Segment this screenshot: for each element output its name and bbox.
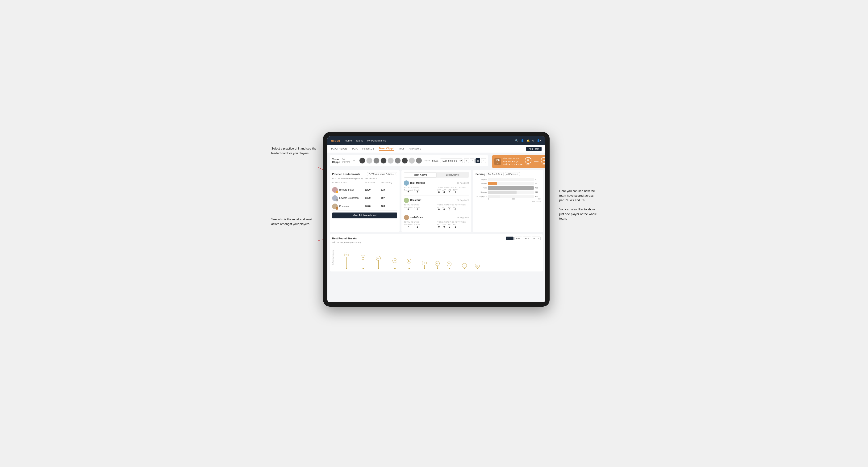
streak-dot-bottom-1 (346, 268, 347, 269)
table-row: 3 Cameron... 17/20 103 (332, 203, 397, 211)
player-name-1: Richard Butler (339, 188, 354, 191)
pa-rounds-group-2: Total Rounds Tournament 8 Practice (404, 204, 435, 211)
streak-line-8 (449, 266, 450, 268)
search-icon[interactable]: 🔍 (515, 139, 519, 142)
shot-circle-2-wrapper: 0 yds (541, 157, 545, 166)
subnav-pgat[interactable]: PGAT Players (331, 147, 347, 151)
pa-avatar-2 (404, 198, 409, 203)
nav-performance[interactable]: My Performance (367, 139, 386, 142)
chart-bar-container-dbogeys (488, 195, 534, 198)
pa-header-3: Josh Coles 26 Aug 2023 (404, 215, 469, 220)
scoring-player-filter[interactable]: All Players ▾ (505, 172, 520, 176)
streak-dot-line-1: 7x (344, 253, 349, 269)
streak-dot-line-7: 4x (435, 261, 440, 269)
sort-btn[interactable]: ⇅ (481, 158, 486, 163)
player-avatars (359, 158, 422, 164)
settings-icon[interactable]: ⚙ (532, 139, 534, 142)
chart-label-birdies: Birdies (475, 183, 487, 185)
pa-arg-1: ARG 0 (448, 189, 451, 194)
shot-circle-1: 16 (525, 157, 531, 164)
show-dropdown[interactable]: Last 3 months Last 6 months Last year (440, 158, 463, 163)
list-view-btn[interactable]: ≡ (470, 158, 474, 163)
pa-arg-3: ARG 0 (448, 224, 451, 228)
pa-activities-cols-3: OTT 0 APP 0 ARG (437, 224, 469, 228)
scoring-par-filter[interactable]: Par 3, 4 & 5s ▾ (487, 172, 503, 176)
streak-filter-ott[interactable]: OTT (506, 237, 514, 240)
nav-home[interactable]: Home (345, 139, 352, 142)
streak-dot-line-9: 3x (462, 263, 467, 269)
y-axis-label: % Fairway Accuracy (332, 246, 334, 269)
shot-circles: 16 yds (525, 157, 531, 166)
pa-arg-2: ARG 0 (448, 206, 451, 211)
subnav: PGAT Players PGA Hcaps 1-5 Team Clippd T… (328, 145, 545, 153)
streaks-card: Best Round Streaks OTT APP ARG PUTT Off … (330, 234, 543, 272)
streak-dot-bottom-3 (378, 268, 379, 269)
streak-filter-putt[interactable]: PUTT (532, 237, 541, 240)
pa-ott-3: OTT 0 (437, 224, 441, 228)
player-name-3: Cameron... (339, 205, 351, 208)
avatar-9[interactable] (416, 158, 422, 164)
leaderboard-col-headers: PLAYER NAME PB SCORE PB AVG SQ (332, 182, 397, 185)
streak-filter-arg[interactable]: ARG (523, 237, 531, 240)
nav-teams[interactable]: Teams (356, 139, 363, 142)
subnav-tour[interactable]: Tour (399, 147, 404, 151)
avatar-3[interactable] (373, 158, 379, 164)
streak-dot-line-3: 6x (376, 256, 381, 269)
user-icon[interactable]: 👤 (521, 139, 524, 142)
card-view-btn[interactable]: ▦ (475, 158, 480, 163)
list-item: Rees Britt 02 Sep 2023 Total Rounds Tour (404, 198, 469, 213)
tab-most-active[interactable]: Most Active (404, 173, 436, 177)
avatar-6[interactable] (395, 158, 401, 164)
streak-dot-line-8: 4x (447, 261, 452, 269)
subnav-all[interactable]: All Players (409, 147, 421, 151)
avatar-7[interactable] (402, 158, 408, 164)
drill-dropdown[interactable]: PUTT Must Make Putting... ▾ (367, 172, 397, 176)
bell-icon[interactable]: 🔔 (526, 139, 530, 142)
show-control: Show: Last 3 months Last 6 months Last y… (432, 158, 486, 163)
show-label: Show: (432, 159, 438, 162)
pa-rounds-group-1: Total Rounds Tournament 7 Practice (404, 187, 435, 194)
list-item: Blair McHarg 26 Aug 2023 Total Rounds To (404, 181, 469, 196)
pa-activities-group-1: Total Practice Activities OTT 0 APP (437, 187, 469, 194)
shot-badge: 198 sc (494, 158, 501, 165)
chart-label-eagles: Eagles (475, 178, 487, 181)
avatar-8[interactable] (409, 158, 415, 164)
pa-name-1: Blair McHarg (410, 182, 425, 184)
chart-label-bogeys: Bogeys (475, 191, 487, 193)
pa-player-2: Rees Britt (404, 198, 421, 203)
avatar-4[interactable] (380, 158, 386, 164)
pa-tournament-col-3: Tournament 7 (404, 224, 412, 228)
pa-stats-3: Total Rounds Tournament 7 Practice (404, 221, 469, 228)
pa-avatar-1 (404, 181, 409, 186)
grid-view-btn[interactable]: ⊞ (464, 158, 469, 163)
team-name: Team Clippd (332, 158, 340, 163)
avatar-5[interactable] (388, 158, 394, 164)
subnav-pga[interactable]: PGA (352, 147, 358, 151)
avatar-2[interactable] (366, 158, 372, 164)
annotation-bottom-left: See who is the most and least active amo… (271, 217, 318, 226)
chart-label-pars: Pars (475, 187, 487, 189)
streak-dot-6: 4x (422, 261, 427, 266)
main-content: Team Clippd 14 Players ✏ (328, 153, 545, 302)
brand-logo: clippd (331, 139, 340, 143)
tab-least-active[interactable]: Least Active (436, 173, 468, 177)
avatar-1[interactable] (359, 158, 365, 164)
subnav-hcaps[interactable]: Hcaps 1-5 (362, 147, 374, 151)
scoring-title: Scoring (475, 173, 485, 176)
player-info-2: 2 Edward Crossman (332, 195, 365, 201)
view-full-leaderboard-button[interactable]: View Full Leaderboard (332, 213, 397, 218)
streak-dot-bottom-4 (394, 268, 396, 269)
streak-line-2 (363, 260, 363, 268)
subnav-team[interactable]: Team Clippd (379, 147, 394, 151)
edit-icon[interactable]: ✏ (353, 159, 355, 162)
tablet-frame: clippd Home Teams My Performance 🔍 👤 🔔 ⚙… (323, 132, 550, 307)
practice-leaderboard-card: Practice Leaderboards PUTT Must Make Put… (330, 170, 400, 232)
player-score-3: 17/20 (365, 205, 381, 208)
avatar-icon[interactable]: 👤▾ (537, 139, 541, 142)
streak-filter-app[interactable]: APP (515, 237, 522, 240)
streaks-header: Best Round Streaks OTT APP ARG PUTT (332, 237, 540, 240)
activity-tabs: Most Active Least Active (404, 172, 469, 178)
chart-bar-container-birdies (488, 182, 534, 185)
streak-dot-5: 5x (407, 259, 411, 263)
add-team-button[interactable]: Add Team (526, 147, 541, 151)
